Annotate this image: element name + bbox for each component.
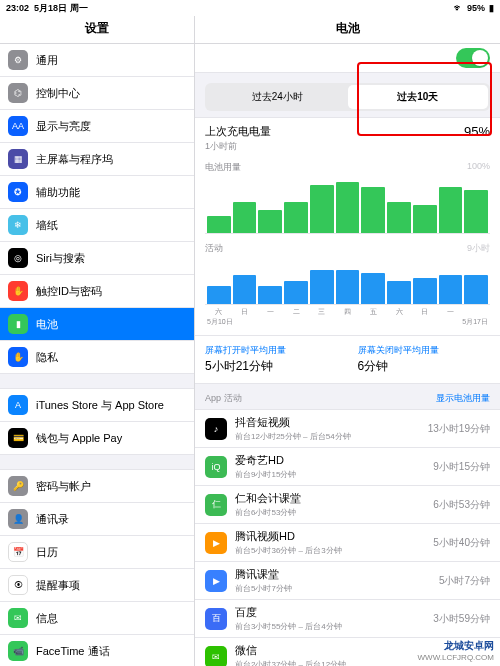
sidebar-item[interactable]: ✪辅助功能 — [0, 176, 194, 209]
sidebar-icon: 📹 — [8, 641, 28, 661]
app-icon: 仁 — [205, 494, 227, 516]
sidebar-item[interactable]: ⦿提醒事项 — [0, 569, 194, 602]
sidebar-icon: ⚙ — [8, 50, 28, 70]
sidebar-item[interactable]: ◎Siri与搜索 — [0, 242, 194, 275]
avg-on-value: 5小时21分钟 — [205, 358, 338, 375]
app-name: 腾讯课堂 — [235, 567, 433, 582]
app-icon: ▶ — [205, 570, 227, 592]
app-row[interactable]: ▶腾讯课堂前台5小时7分钟5小时7分钟 — [195, 562, 500, 600]
app-sub: 前台5小时36分钟 – 后台3分钟 — [235, 545, 427, 556]
app-name: 抖音短视频 — [235, 415, 422, 430]
sidebar-item[interactable]: AA显示与亮度 — [0, 110, 194, 143]
activity-chart-title: 活动 — [205, 242, 223, 255]
last-charge-sub: 1小时前 — [205, 140, 271, 153]
sidebar-item-label: 电池 — [36, 317, 58, 332]
sidebar-item-label: 辅助功能 — [36, 185, 80, 200]
app-name: 爱奇艺HD — [235, 453, 427, 468]
sidebar-item-label: 控制中心 — [36, 86, 80, 101]
app-activity-list: ♪抖音短视频前台12小时25分钟 – 后台54分钟13小时19分钟iQ爱奇艺HD… — [195, 409, 500, 666]
sidebar-icon: ⌬ — [8, 83, 28, 103]
sidebar-item[interactable]: AiTunes Store 与 App Store — [0, 389, 194, 422]
app-name: 腾讯视频HD — [235, 529, 427, 544]
app-row[interactable]: 百百度前台3小时55分钟 – 后台4分钟3小时59分钟 — [195, 600, 500, 638]
app-name: 百度 — [235, 605, 427, 620]
sidebar-icon: 📅 — [8, 542, 28, 562]
sidebar-item-label: 触控ID与密码 — [36, 284, 102, 299]
avg-on-label: 屏幕打开时平均用量 — [205, 344, 338, 357]
last-charge-label: 上次充电电量 — [205, 124, 271, 139]
sidebar-item[interactable]: 💳钱包与 Apple Pay — [0, 422, 194, 454]
sidebar-icon: ✪ — [8, 182, 28, 202]
app-sub: 前台12小时25分钟 – 后台54分钟 — [235, 431, 422, 442]
sidebar-item[interactable]: ▮电池 — [0, 308, 194, 341]
app-row[interactable]: iQ爱奇艺HD前台9小时15分钟9小时15分钟 — [195, 448, 500, 486]
low-power-toggle-row — [195, 44, 500, 73]
chart-bar — [464, 190, 488, 233]
toggle-switch[interactable] — [456, 48, 490, 68]
chart-bar — [464, 275, 488, 304]
sidebar-item[interactable]: ⚙通用 — [0, 44, 194, 77]
app-time: 9小时15分钟 — [427, 460, 490, 474]
tab-24h[interactable]: 过去24小时 — [207, 85, 348, 109]
sidebar-item[interactable]: 📅日历 — [0, 536, 194, 569]
sidebar-item-label: 通用 — [36, 53, 58, 68]
last-charge-row: 上次充电电量 1小时前 95% — [205, 124, 490, 153]
sidebar-icon: ✋ — [8, 347, 28, 367]
sidebar-item-label: 钱包与 Apple Pay — [36, 431, 122, 446]
tab-10d[interactable]: 过去10天 — [348, 85, 489, 109]
main-panel: 电池 过去24小时 过去10天 上次充电电量 1小时前 95% — [195, 16, 500, 666]
chart-bar — [387, 202, 411, 233]
show-battery-usage-link[interactable]: 显示电池用量 — [436, 392, 490, 405]
app-icon: iQ — [205, 456, 227, 478]
sidebar-item-label: 墙纸 — [36, 218, 58, 233]
sidebar-item[interactable]: ✉信息 — [0, 602, 194, 635]
app-sub: 前台5小时7分钟 — [235, 583, 433, 594]
chart-x-labels: 六日一二三四五六日一 — [205, 307, 490, 317]
app-row[interactable]: ♪抖音短视频前台12小时25分钟 – 后台54分钟13小时19分钟 — [195, 410, 500, 448]
sidebar-item-label: 密码与帐户 — [36, 479, 91, 494]
avg-screen-off: 屏幕关闭时平均用量 6分钟 — [348, 336, 501, 383]
sidebar-icon: 👤 — [8, 509, 28, 529]
sidebar-item[interactable]: ✋隐私 — [0, 341, 194, 373]
last-charge-pct: 95% — [464, 124, 490, 139]
sidebar-item[interactable]: ❄墙纸 — [0, 209, 194, 242]
usage-ymax: 100% — [467, 161, 490, 174]
sidebar-item-label: FaceTime 通话 — [36, 644, 110, 659]
sidebar-item-label: 主屏幕与程序坞 — [36, 152, 113, 167]
watermark: 龙城安卓网 WWW.LCFJRQ.COM — [418, 639, 494, 662]
sidebar-item[interactable]: ⌬控制中心 — [0, 77, 194, 110]
app-row[interactable]: ▶腾讯视频HD前台5小时36分钟 – 后台3分钟5小时40分钟 — [195, 524, 500, 562]
wifi-icon: ᯤ — [454, 3, 463, 13]
app-time: 13小时19分钟 — [422, 422, 490, 436]
sidebar-icon: AA — [8, 116, 28, 136]
main-title: 电池 — [195, 16, 500, 44]
app-icon: 百 — [205, 608, 227, 630]
activity-ymax: 9小时 — [467, 242, 490, 255]
sidebar-item[interactable]: 📹FaceTime 通话 — [0, 635, 194, 666]
chart-bar — [361, 273, 385, 304]
status-bar: 23:02 5月18日 周一 ᯤ 95% ▮ — [0, 0, 500, 16]
sidebar-item-label: Siri与搜索 — [36, 251, 85, 266]
sidebar-item[interactable]: ✋触控ID与密码 — [0, 275, 194, 308]
app-sub: 前台6小时53分钟 — [235, 507, 427, 518]
chart-bar — [336, 182, 360, 233]
chart-bar — [233, 202, 257, 233]
sidebar-icon: ⦿ — [8, 575, 28, 595]
status-date: 5月18日 周一 — [34, 3, 88, 13]
sidebar-item[interactable]: 👤通讯录 — [0, 503, 194, 536]
battery-icon: ▮ — [489, 3, 494, 13]
activity-chart[interactable] — [205, 257, 490, 305]
sidebar-item[interactable]: 🔑密码与帐户 — [0, 470, 194, 503]
avg-screen-on: 屏幕打开时平均用量 5小时21分钟 — [195, 336, 348, 383]
app-time: 5小时40分钟 — [427, 536, 490, 550]
app-row[interactable]: 仁仁和会计课堂前台6小时53分钟6小时53分钟 — [195, 486, 500, 524]
app-activity-header: App 活动 — [205, 392, 242, 405]
usage-chart[interactable] — [205, 176, 490, 234]
sidebar-item[interactable]: ▦主屏幕与程序坞 — [0, 143, 194, 176]
chart-bar — [336, 270, 360, 304]
sidebar-icon: A — [8, 395, 28, 415]
settings-sidebar: 设置 ⚙通用⌬控制中心AA显示与亮度▦主屏幕与程序坞✪辅助功能❄墙纸◎Siri与… — [0, 16, 195, 666]
sidebar-item-label: 隐私 — [36, 350, 58, 365]
sidebar-icon: ▮ — [8, 314, 28, 334]
app-name: 仁和会计课堂 — [235, 491, 427, 506]
